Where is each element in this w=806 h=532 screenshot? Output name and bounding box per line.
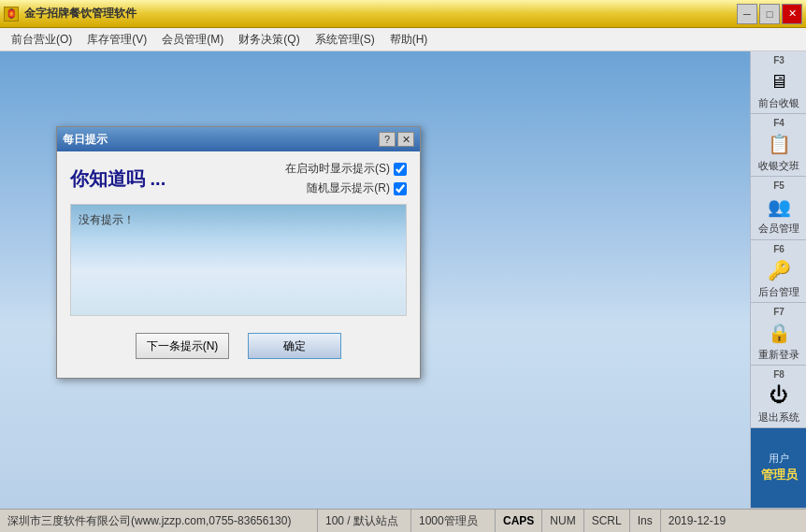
app-title: 金字招牌餐饮管理软件	[24, 6, 137, 22]
random-show-row: 随机显示提示(R)	[307, 180, 407, 196]
f7-label: 重新登录	[758, 349, 799, 361]
sidebar-btn-f4[interactable]: F4 📋 收银交班	[751, 114, 806, 177]
status-station: 100 / 默认站点	[318, 510, 411, 532]
title-bar-buttons: ─ □ ✕	[737, 4, 802, 24]
backoffice-icon: 🔑	[765, 256, 793, 284]
user-panel[interactable]: 用户 管理员	[751, 428, 806, 509]
next-tip-button[interactable]: 下一条提示(N)	[136, 333, 229, 359]
sidebar-btn-f3[interactable]: F3 🖥 前台收银	[751, 51, 806, 114]
dialog-title-bar: 每日提示 ? ✕	[57, 127, 420, 151]
f6-label: 后台管理	[758, 286, 799, 298]
menu-system[interactable]: 系统管理(S)	[308, 29, 382, 50]
status-scrl: SCRL	[584, 510, 630, 532]
f3-label: 前台收银	[758, 97, 799, 109]
f8-label: 退出系统	[758, 411, 799, 424]
show-on-start-checkbox[interactable]	[394, 163, 407, 176]
dialog-title-buttons: ? ✕	[379, 132, 414, 147]
window-close-button[interactable]: ✕	[782, 4, 802, 24]
ok-button[interactable]: 确定	[248, 333, 341, 359]
minimize-button[interactable]: ─	[737, 4, 757, 24]
frontdesk-icon: 🖥	[765, 67, 793, 95]
menu-frontdesk[interactable]: 前台营业(O)	[4, 29, 79, 50]
f4-key-label: F4	[773, 118, 784, 128]
dialog-content-area: 没有提示！	[70, 204, 407, 316]
show-on-start-row: 在启动时显示提示(S)	[285, 161, 407, 177]
status-caps: CAPS	[496, 510, 542, 532]
dialog-help-button[interactable]: ?	[379, 132, 396, 147]
dialog-title: 每日提示	[63, 132, 108, 148]
title-bar-left: 🏮 金字招牌餐饮管理软件	[4, 6, 137, 22]
dialog-header-area: 你知道吗 ... 在启动时显示提示(S) 随机显示提示(R)	[70, 161, 407, 196]
shift-icon: 📋	[765, 130, 793, 158]
menu-help[interactable]: 帮助(H)	[382, 29, 436, 50]
dialog-checkboxes: 在启动时显示提示(S) 随机显示提示(R)	[285, 161, 407, 196]
dialog-footer: 下一条提示(N) 确定	[70, 327, 407, 368]
dialog-close-button[interactable]: ✕	[397, 132, 414, 147]
f7-key-label: F7	[773, 307, 784, 317]
main-area: 每日提示 ? ✕ 你知道吗 ... 在启动时显示提示(S) 随机显示提示	[0, 51, 750, 509]
relogin-icon: 🔒	[765, 319, 793, 347]
f4-label: 收银交班	[758, 160, 799, 172]
menu-members[interactable]: 会员管理(M)	[154, 29, 231, 50]
members-icon: 👥	[765, 193, 793, 221]
sidebar-btn-f8[interactable]: F8 ⏻ 退出系统	[751, 366, 806, 428]
exit-icon: ⏻	[765, 381, 793, 410]
user-name-label: 管理员	[761, 467, 798, 483]
f5-label: 会员管理	[758, 223, 799, 235]
random-show-label: 随机显示提示(R)	[307, 180, 390, 196]
f8-key-label: F8	[773, 369, 784, 380]
status-ins: Ins	[630, 510, 661, 532]
random-show-checkbox[interactable]	[394, 182, 407, 195]
f6-key-label: F6	[773, 244, 784, 254]
menu-bar: 前台营业(O) 库存管理(V) 会员管理(M) 财务决策(Q) 系统管理(S) …	[0, 28, 806, 51]
menu-inventory[interactable]: 库存管理(V)	[79, 29, 154, 50]
menu-finance[interactable]: 财务决策(Q)	[231, 29, 307, 50]
status-user: 1000管理员	[411, 510, 496, 532]
f5-key-label: F5	[773, 180, 784, 191]
sidebar-btn-f7[interactable]: F7 🔒 重新登录	[751, 303, 806, 366]
maximize-button[interactable]: □	[759, 4, 780, 24]
sidebar-btn-f6[interactable]: F6 🔑 后台管理	[751, 240, 806, 303]
show-on-start-label: 在启动时显示提示(S)	[285, 161, 390, 177]
no-tip-text: 没有提示！	[79, 212, 135, 228]
f3-key-label: F3	[773, 55, 784, 65]
status-num: NUM	[542, 510, 583, 532]
status-company: 深圳市三度软件有限公司(www.jzzp.com,0755-83656130)	[0, 510, 318, 532]
right-sidebar: F3 🖥 前台收银 F4 📋 收银交班 F5 👥 会员管理 F6 🔑 后台管理 …	[750, 51, 806, 509]
sidebar-btn-f5[interactable]: F5 👥 会员管理	[751, 177, 806, 239]
title-bar: 🏮 金字招牌餐饮管理软件 ─ □ ✕	[0, 0, 806, 28]
status-bar: 深圳市三度软件有限公司(www.jzzp.com,0755-83656130) …	[0, 509, 806, 532]
dialog-main-label: 你知道吗 ...	[70, 161, 285, 192]
status-date: 2019-12-19	[661, 510, 736, 532]
dialog-body: 你知道吗 ... 在启动时显示提示(S) 随机显示提示(R) 没有提示！	[57, 151, 420, 378]
app-icon: 🏮	[4, 7, 19, 22]
user-top-label: 用户	[769, 453, 789, 465]
daily-tip-dialog: 每日提示 ? ✕ 你知道吗 ... 在启动时显示提示(S) 随机显示提示	[56, 126, 421, 379]
